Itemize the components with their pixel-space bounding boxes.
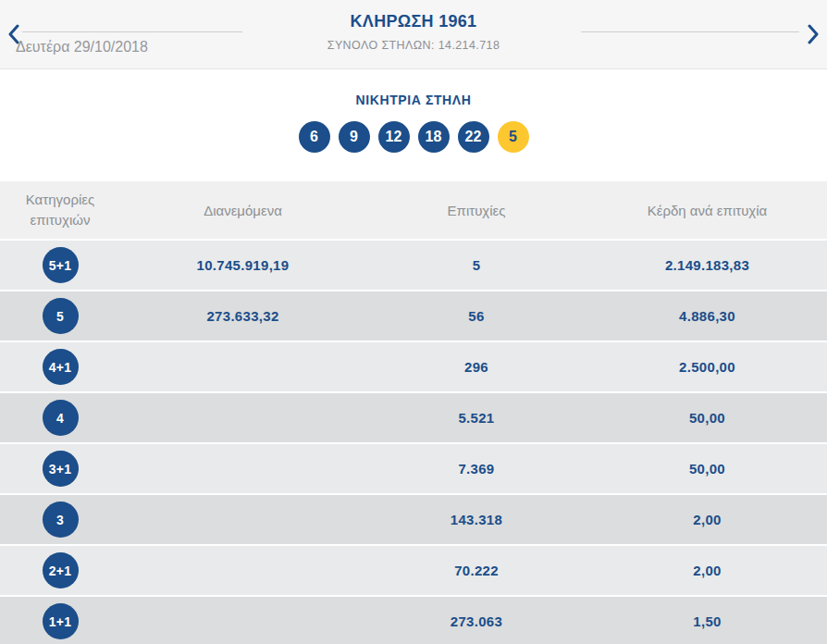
winners-value: 5.521 [365,410,587,426]
table-row: 3+1 7.369 50,00 [0,444,827,493]
prize-value: 2.500,00 [587,359,827,375]
winners-value: 143.318 [365,512,587,527]
prize-value: 2.149.183,83 [587,257,827,273]
draw-header: Δευτέρα 29/10/2018 ΚΛΗΡΩΣΗ 1961 ΣΥΝΟΛΟ Σ… [0,0,827,69]
category-badge: 3+1 [43,451,79,487]
prize-value: 1,50 [587,613,827,629]
winners-value: 70.222 [365,563,587,578]
category-badge: 5 [43,298,79,334]
winning-number-ball: 6 [299,121,330,153]
category-badge: 1+1 [43,603,79,639]
header-divider-right [581,31,799,32]
chevron-right-icon [807,24,820,44]
columns-total: ΣΥΝΟΛΟ ΣΤΗΛΩΝ: 14.214.718 [0,39,827,52]
next-draw-button[interactable] [803,22,823,46]
winners-value: 56 [365,308,587,324]
column-header-categories: Κατηγορίες επιτυχιών [12,190,108,231]
winning-column-section: ΝΙΚΗΤΡΙΑ ΣΤΗΛΗ 6 9 12 18 22 5 [0,69,827,176]
table-row: 1+1 273.063 1,50 [0,597,827,644]
column-header-prize: Κέρδη ανά επιτυχία [587,203,827,218]
category-badge: 4 [43,400,79,436]
winners-value: 7.369 [365,461,587,477]
table-row: 2+1 70.222 2,00 [0,546,827,595]
winners-value: 5 [365,257,587,273]
winning-numbers: 6 9 12 18 22 5 [0,121,827,153]
prize-value: 2,00 [587,512,827,527]
category-badge: 5+1 [43,247,79,283]
results-table: Κατηγορίες επιτυχιών Διανεμόμενα Επιτυχί… [0,181,827,644]
table-row: 4+1 296 2.500,00 [0,342,827,391]
distributed-value: 273.633,32 [120,308,365,324]
winning-number-ball: 9 [339,121,370,153]
table-row: 4 5.521 50,00 [0,393,827,442]
category-badge: 2+1 [43,552,79,588]
results-table-header: Κατηγορίες επιτυχιών Διανεμόμενα Επιτυχί… [0,181,827,239]
distributed-value: 10.745.919,19 [120,257,365,273]
prize-value: 50,00 [587,461,827,477]
winners-value: 296 [365,359,587,375]
winning-number-ball: 22 [458,121,489,153]
joker-number-ball: 5 [498,121,529,153]
winners-value: 273.063 [365,613,587,629]
draw-title: ΚΛΗΡΩΣΗ 1961 [0,12,827,31]
winning-number-ball: 12 [378,121,410,153]
prize-value: 2,00 [587,563,827,578]
table-row: 5+1 10.745.919,19 5 2.149.183,83 [0,241,827,290]
winning-column-title: ΝΙΚΗΤΡΙΑ ΣΤΗΛΗ [0,93,827,107]
category-badge: 4+1 [43,349,79,385]
prize-value: 4.886,30 [587,308,827,324]
table-row: 3 143.318 2,00 [0,495,827,544]
table-row: 5 273.633,32 56 4.886,30 [0,291,827,341]
column-header-distributed: Διανεμόμενα [120,203,365,218]
category-badge: 3 [43,502,79,538]
winning-number-ball: 18 [418,121,450,153]
column-header-winners: Επιτυχίες [365,203,587,218]
prize-value: 50,00 [587,410,827,426]
